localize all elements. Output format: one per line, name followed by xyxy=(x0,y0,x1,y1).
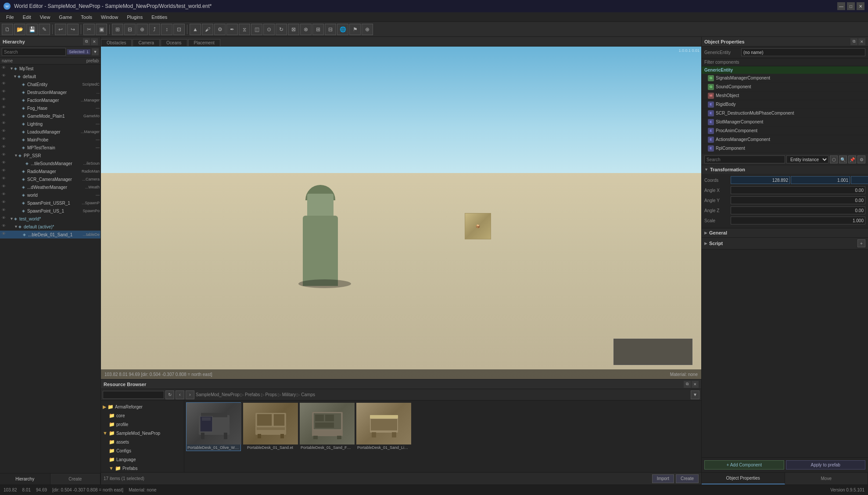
hierarchy-dock-btn[interactable]: ⧉ xyxy=(83,38,90,45)
tab-camera[interactable]: Camera xyxy=(133,39,160,46)
rp-pin-btn[interactable]: 📌 xyxy=(848,155,856,163)
rb-back-btn[interactable]: ‹ xyxy=(176,390,184,399)
tree-item-ppssr[interactable]: 👁 ▼ ◈ PP_SSR xyxy=(0,152,100,159)
toolbar-r3[interactable]: ⊠ xyxy=(288,24,299,35)
tab-create[interactable]: Create xyxy=(50,473,101,484)
eye-icon[interactable]: 👁 xyxy=(2,73,8,79)
toolbar-r8[interactable]: ⊕ xyxy=(362,24,373,35)
menu-file[interactable]: File xyxy=(2,14,18,21)
tree-item-foghase[interactable]: 👁 ▶ ◈ Fog_Hase --- xyxy=(0,104,100,112)
tree-item-chatentity[interactable]: 👁 ▶ ◈ ChatEntity ScriptedC xyxy=(0,80,100,88)
toolbar-undo[interactable]: ↩ xyxy=(55,24,66,35)
tree-item-tabledesk[interactable]: 👁 ▶ ◈ ...bleDesk_01_Sand_1 ...tableDe xyxy=(0,231,100,238)
toolbar-redo[interactable]: ↪ xyxy=(67,24,79,35)
rp-external-link-btn[interactable]: ⬡ xyxy=(830,155,838,163)
tree-item-loadoutmgr[interactable]: 👁 ▶ ◈ LoadoutManager ...Manager xyxy=(0,128,100,136)
toolbar-r7[interactable]: ⚑ xyxy=(349,24,361,35)
tree-item-defaultactive[interactable]: 👁 ▼ ◈ default (active)* xyxy=(0,223,100,231)
toolbar-open[interactable]: 📂 xyxy=(14,24,25,35)
eye-icon[interactable]: 👁 xyxy=(2,216,8,222)
rb-tree-configs[interactable]: 📁 Configs xyxy=(101,446,184,455)
eye-icon[interactable]: 👁 xyxy=(2,168,8,174)
rb-tree-prefabs[interactable]: ▼ 📁 Prefabs xyxy=(101,464,184,472)
anglez-input[interactable] xyxy=(731,206,865,214)
eye-icon[interactable]: 👁 xyxy=(2,121,8,127)
script-header[interactable]: ▶ Script + xyxy=(702,238,868,249)
rb-tree-profile[interactable]: 📁 profile xyxy=(101,420,184,429)
eye-icon[interactable]: 👁 xyxy=(2,89,8,95)
expand-arrow[interactable]: ▼ xyxy=(10,217,14,221)
rb-forward-btn[interactable]: › xyxy=(186,390,194,399)
rb-tree-language[interactable]: 📁 Language xyxy=(101,455,184,464)
toolbar-paint[interactable]: 🖌 xyxy=(202,24,213,35)
rb-search-input[interactable] xyxy=(103,391,164,399)
rp-bottom-tabs[interactable]: Object Properties Move xyxy=(702,472,868,484)
eye-icon[interactable]: 👁 xyxy=(2,160,8,166)
rp-dock-btn[interactable]: ⧉ xyxy=(850,38,857,45)
toolbar-r1[interactable]: ⊙ xyxy=(263,24,275,35)
rp-settings-btn[interactable]: ⚙ xyxy=(857,155,865,163)
rb-thumb-sand[interactable]: PortableDesk_01_Sand.et xyxy=(243,402,298,451)
tree-item-lighting[interactable]: 👁 ▶ ◈ Lighting --- xyxy=(0,120,100,128)
rb-import-btn[interactable]: Import xyxy=(652,474,674,483)
toolbar-t3[interactable]: ⊡ xyxy=(173,24,185,35)
toolbar-pen[interactable]: ✒ xyxy=(226,24,238,35)
eye-icon[interactable]: 👁 xyxy=(2,224,8,230)
eye-icon[interactable]: 👁 xyxy=(2,113,8,119)
eye-icon[interactable]: 👁 xyxy=(2,145,8,151)
rp-controls[interactable]: ⧉ ✕ xyxy=(850,38,865,45)
toolbar-t1[interactable]: ⤴ xyxy=(149,24,160,35)
comp-item-sound[interactable]: G SoundComponent xyxy=(702,83,868,91)
tree-item-spawnussr[interactable]: 👁 ▶ ◈ SpawnPoint_USSR_1 ...SpawnP xyxy=(0,199,100,207)
toolbar-globe[interactable]: 🌐 xyxy=(337,24,348,35)
rb-tree-armaref[interactable]: ▶ 📁 ArmaReforger xyxy=(101,402,184,411)
tab-oceans[interactable]: Oceans xyxy=(161,39,187,46)
toolbar-save[interactable]: 💾 xyxy=(26,24,38,35)
menu-entities[interactable]: Entities xyxy=(147,14,172,21)
tab-obstacles[interactable]: Obstacles xyxy=(101,39,132,46)
add-component-button[interactable]: + Add Component xyxy=(704,460,784,470)
toolbar-cut[interactable]: ✂ xyxy=(83,24,95,35)
rp-close-btn[interactable]: ✕ xyxy=(858,38,865,45)
hierarchy-controls[interactable]: ⧉ ✕ xyxy=(83,38,98,45)
menu-game[interactable]: Game xyxy=(54,14,76,21)
apply-prefab-button[interactable]: Apply to prefab xyxy=(786,460,866,470)
comp-item-actionsmgr[interactable]: E ActionsManagerComponent xyxy=(702,135,868,144)
tree-item-default[interactable]: 👁 ▼ ◈ default xyxy=(0,72,100,80)
coord-z-input[interactable] xyxy=(851,176,868,184)
tree-item-spawnus[interactable]: 👁 ▶ ◈ SpawnPoint_US_1 SpawnPo xyxy=(0,207,100,215)
tree-item-testworld[interactable]: 👁 ▼ ◈ test_world* xyxy=(0,215,100,223)
toolbar-r4[interactable]: ⊗ xyxy=(300,24,312,35)
eye-icon[interactable]: 👁 xyxy=(2,105,8,111)
tree-item-mptestterrain[interactable]: 👁 ▶ ◈ MPTestTerrain --- xyxy=(0,144,100,152)
tree-item-mainprobe[interactable]: 👁 ▶ ◈ MainProbe --- xyxy=(0,136,100,144)
tree-item-weathermgr[interactable]: 👁 ▶ ◈ ...dWeatherManager ...Weath xyxy=(0,183,100,191)
toolbar-move[interactable]: ⊟ xyxy=(124,24,136,35)
rb-close-btn[interactable]: ✕ xyxy=(692,381,699,388)
comp-item-signalsmgr[interactable]: G SignalsManagerComponent xyxy=(702,74,868,83)
menu-plugins[interactable]: Plugins xyxy=(122,14,147,21)
toolbar-select[interactable]: ⊞ xyxy=(112,24,123,35)
menu-view[interactable]: View xyxy=(36,14,55,21)
rb-content-area[interactable]: PortableDesk_01_Olive_Wing.et xyxy=(184,401,701,472)
comp-item-rpl[interactable]: E RplComponent xyxy=(702,144,868,153)
eye-icon[interactable]: 👁 xyxy=(2,65,8,72)
maximize-button[interactable]: □ xyxy=(847,2,855,10)
hierarchy-search-input[interactable] xyxy=(2,48,66,56)
viewport[interactable]: 📦 1.0.0.1 0.01 103.82 8.01 94.69 [dir: 0… xyxy=(101,47,701,379)
toolbar-brush[interactable]: ⚙ xyxy=(214,24,226,35)
tree-body[interactable]: 👁 ▼ ◈ MpTest 👁 ▼ ◈ default 👁 ▶ xyxy=(0,65,100,473)
toolbar-wire[interactable]: ⧖ xyxy=(239,24,250,35)
minimize-button[interactable]: — xyxy=(837,2,845,10)
scale-input[interactable] xyxy=(731,217,865,224)
comp-item-destruction[interactable]: E SCR_DestructionMultiPhaseComponent xyxy=(702,109,868,118)
anglex-input[interactable] xyxy=(731,186,865,194)
expand-arrow[interactable]: ▼ xyxy=(14,224,18,229)
comp-item-procanim[interactable]: E ProcAnimComponent xyxy=(702,126,868,135)
rb-action-buttons[interactable]: Import Create xyxy=(652,474,699,483)
eye-icon[interactable]: 👁 xyxy=(2,152,8,159)
rb-dock-btn[interactable]: ⧉ xyxy=(684,381,691,388)
tree-item-radiomgr[interactable]: 👁 ▶ ◈ RadioManager RadioMan xyxy=(0,167,100,175)
tree-item-world[interactable]: 👁 ▶ ◈ world --- xyxy=(0,191,100,199)
toolbar-arrow[interactable]: ▲ xyxy=(190,24,201,35)
